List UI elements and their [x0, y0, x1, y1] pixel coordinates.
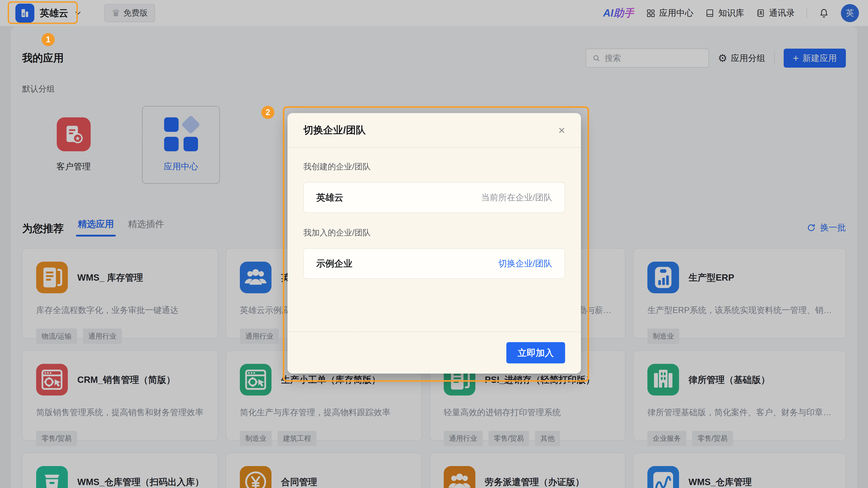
join-now-button[interactable]: 立即加入 — [506, 342, 565, 363]
org-name: 英雄云 — [316, 191, 343, 204]
switch-org-link[interactable]: 切换企业/团队 — [498, 258, 552, 269]
org-list-item[interactable]: 示例企业 切换企业/团队 — [303, 248, 565, 279]
org-list-item[interactable]: 英雄云 当前所在企业/团队 — [303, 182, 565, 213]
close-icon[interactable]: × — [558, 124, 565, 136]
org-item-note: 当前所在企业/团队 — [481, 192, 552, 203]
annotation-badge-2: 2 — [261, 106, 274, 119]
annotation-badge-1: 1 — [41, 33, 55, 46]
modal-title: 切换企业/团队 — [303, 123, 366, 137]
org-name: 示例企业 — [316, 257, 352, 270]
switch-org-modal: 切换企业/团队 × 我创建的企业/团队 英雄云 当前所在企业/团队 我加入的企业… — [287, 113, 581, 373]
joined-orgs-label: 我加入的企业/团队 — [303, 227, 565, 238]
created-orgs-label: 我创建的企业/团队 — [303, 161, 565, 172]
